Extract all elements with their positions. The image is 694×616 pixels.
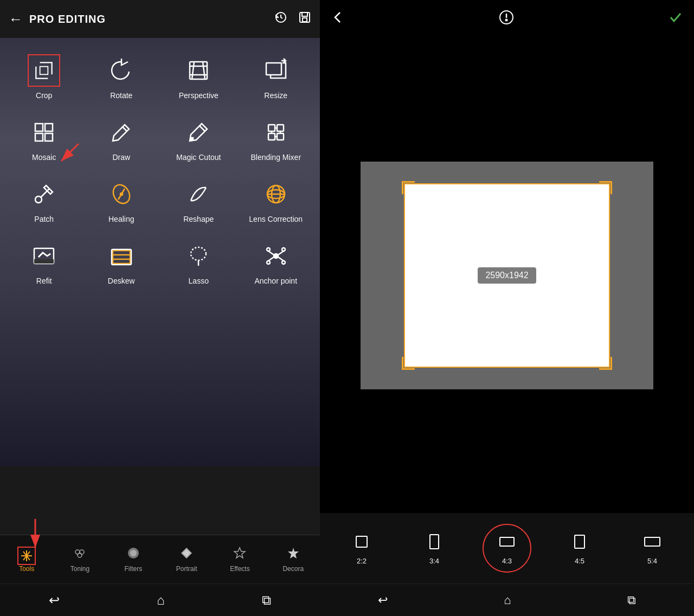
crop-arrow: [52, 138, 84, 173]
tool-crop[interactable]: Crop: [11, 49, 76, 105]
tool-lasso-label: Lasso: [189, 277, 209, 285]
svg-point-43: [274, 254, 278, 258]
crop-canvas: 2590x1942: [361, 162, 653, 389]
aspect-4-5-label: 4:5: [575, 557, 584, 565]
svg-point-69: [506, 19, 507, 21]
svg-rect-19: [277, 125, 284, 131]
svg-point-45: [282, 248, 285, 251]
aspect-2-2[interactable]: 2:2: [325, 528, 398, 569]
confirm-button[interactable]: [668, 10, 683, 29]
toolbar-decora[interactable]: Decora: [267, 542, 320, 577]
svg-rect-21: [277, 133, 284, 140]
tool-lens-label: Lens Correction: [249, 215, 303, 223]
right-header: [320, 0, 694, 38]
tool-resize-label: Resize: [264, 91, 287, 100]
crop-canvas-area: 2590x1942: [320, 38, 694, 513]
right-nav-recent[interactable]: ⧉: [616, 589, 647, 612]
save-icon[interactable]: [298, 11, 311, 27]
crop-handle-bl[interactable]: [402, 357, 415, 370]
tool-deskew[interactable]: Deskew: [89, 234, 154, 291]
tool-crop-label: Crop: [36, 91, 52, 100]
crop-handle-tr[interactable]: [599, 181, 612, 194]
toolbar-effects-label: Effects: [230, 565, 249, 573]
svg-line-53: [61, 144, 79, 161]
toolbar-toning[interactable]: Toning: [53, 542, 106, 577]
aspect-4-3[interactable]: 4:3: [471, 528, 543, 569]
tool-healing-label: Healing: [108, 215, 134, 223]
tool-healing[interactable]: Healing: [89, 172, 154, 229]
svg-rect-70: [356, 536, 367, 547]
svg-rect-36: [34, 259, 54, 264]
tool-magic-cutout[interactable]: Magic Cutout: [166, 111, 231, 167]
left-nav-bar: ↩ ⌂ ⧉: [0, 583, 320, 616]
svg-rect-10: [266, 63, 281, 75]
svg-marker-65: [234, 548, 245, 558]
tool-deskew-label: Deskew: [108, 277, 135, 285]
hint-icon[interactable]: [499, 10, 514, 29]
svg-point-62: [78, 553, 82, 557]
aspect-5-4[interactable]: 5:4: [616, 528, 689, 569]
toning-icon: [73, 547, 86, 563]
svg-rect-13: [45, 124, 53, 131]
tool-blending-label: Blending Mixer: [250, 153, 301, 162]
svg-line-6: [192, 62, 194, 79]
tool-rotate[interactable]: Rotate: [89, 49, 154, 105]
svg-line-49: [278, 251, 284, 255]
toolbar-arrow: [19, 516, 52, 556]
aspect-4-5[interactable]: 4:5: [543, 528, 616, 569]
tool-lasso[interactable]: Lasso: [166, 234, 231, 291]
header-actions: [274, 11, 311, 27]
svg-line-7: [203, 62, 205, 79]
crop-handle-tl[interactable]: [402, 181, 415, 194]
tool-reshape[interactable]: Reshape: [166, 172, 231, 229]
svg-point-46: [267, 261, 270, 264]
svg-point-64: [130, 550, 137, 556]
tool-blending-mixer[interactable]: Blending Mixer: [243, 111, 309, 167]
tool-refit[interactable]: Refit: [11, 234, 76, 291]
toolbar-filters[interactable]: Filters: [107, 542, 160, 577]
right-back-button[interactable]: [331, 10, 345, 28]
svg-rect-4: [40, 67, 48, 75]
right-nav-back[interactable]: ↩: [367, 589, 399, 612]
tool-perspective[interactable]: Perspective: [166, 49, 231, 105]
tool-perspective-label: Perspective: [179, 91, 219, 100]
tool-patch[interactable]: Patch: [11, 172, 76, 229]
toolbar-toning-label: Toning: [70, 565, 89, 573]
tool-rotate-label: Rotate: [110, 91, 132, 100]
toolbar-portrait[interactable]: Portrait: [160, 542, 213, 577]
tool-magic-cutout-label: Magic Cutout: [176, 153, 221, 162]
aspect-4-3-icon: [497, 532, 517, 554]
tool-anchor-label: Anchor point: [254, 277, 297, 285]
crop-handle-br[interactable]: [599, 357, 612, 370]
svg-line-51: [278, 257, 284, 261]
history-icon[interactable]: [274, 11, 287, 27]
aspect-4-5-icon: [570, 532, 589, 554]
nav-home-button[interactable]: ⌂: [146, 588, 176, 612]
tool-resize[interactable]: Resize: [243, 49, 309, 105]
tools-row-3: Patch Healing: [5, 172, 314, 229]
toolbar-portrait-label: Portrait: [176, 565, 197, 573]
aspect-2-2-label: 2:2: [357, 557, 367, 565]
filters-icon: [127, 547, 140, 563]
toolbar-effects[interactable]: Effects: [213, 542, 266, 577]
nav-recent-button[interactable]: ⧉: [251, 588, 282, 612]
toolbar-decora-label: Decora: [282, 565, 304, 573]
svg-rect-40: [112, 249, 131, 265]
svg-rect-2: [302, 12, 307, 16]
aspect-3-4[interactable]: 3:4: [398, 528, 471, 569]
aspect-ratio-bar: 2:2 3:4 4:3: [320, 513, 694, 583]
tool-lens-correction[interactable]: Lens Correction: [243, 172, 309, 229]
svg-line-50: [268, 257, 274, 261]
tool-draw[interactable]: Draw: [89, 111, 154, 167]
svg-rect-37: [113, 251, 130, 264]
aspect-3-4-icon: [425, 532, 444, 554]
tool-refit-label: Refit: [36, 277, 52, 285]
right-nav-bar: ↩ ⌂ ⧉: [320, 583, 694, 616]
tools-row-1: Crop Rotate: [5, 49, 314, 105]
nav-back-button[interactable]: ↩: [38, 588, 70, 612]
svg-point-30: [120, 193, 123, 195]
right-nav-home[interactable]: ⌂: [493, 589, 522, 612]
svg-point-41: [191, 247, 206, 260]
back-button[interactable]: ←: [9, 11, 23, 28]
tool-anchor-point[interactable]: Anchor point: [243, 234, 309, 291]
